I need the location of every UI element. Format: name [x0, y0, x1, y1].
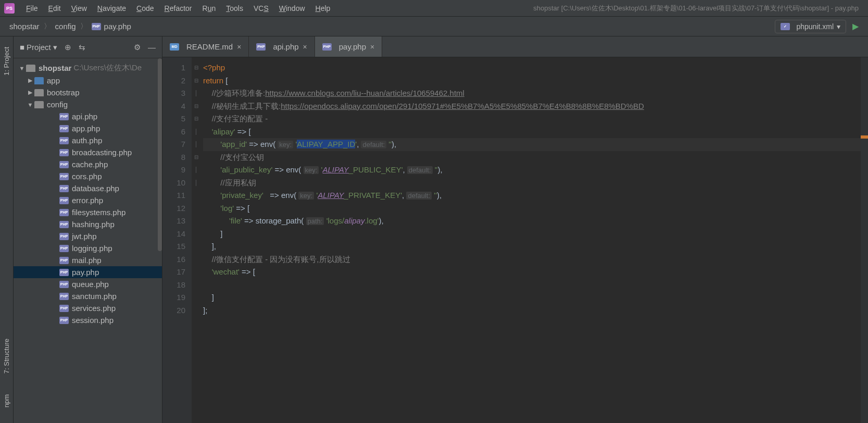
php-icon: PHP	[59, 233, 69, 240]
editor-area: MDREADME.md× PHPapi.php× PHPpay.php× 123…	[162, 36, 868, 423]
menu-navigate[interactable]: Navigate	[92, 4, 131, 13]
folder-icon	[26, 65, 35, 72]
crumb-folder[interactable]: config	[55, 22, 76, 31]
side-tab-structure[interactable]: 7: Structure	[3, 333, 10, 379]
tree-file[interactable]: PHPapp.php	[14, 122, 162, 134]
tab-readme[interactable]: MDREADME.md×	[162, 36, 249, 57]
code-content[interactable]: <?phpreturn [ //沙箱环境准备:https://www.cnblo…	[201, 57, 868, 423]
crumb-file-label: pay.php	[104, 22, 131, 31]
run-config-selector[interactable]: ✓ phpunit.xml ▾	[775, 20, 846, 33]
target-icon[interactable]: ⊕	[65, 43, 71, 52]
gear-icon[interactable]: ⚙	[134, 43, 141, 52]
crumb-file[interactable]: PHPpay.php	[92, 22, 131, 31]
tree-folder-bootstrap[interactable]: ▶bootstrap	[14, 86, 162, 98]
tree-file[interactable]: PHPauth.php	[14, 134, 162, 146]
tab-label: README.md	[186, 42, 233, 51]
tree-root[interactable]: ▼shopstarC:\Users\佐佐木\De	[14, 61, 162, 74]
tree-label: config	[47, 100, 68, 109]
tree-file[interactable]: PHPsession.php	[14, 314, 162, 326]
tree-file[interactable]: PHPhashing.php	[14, 218, 162, 230]
warning-marker[interactable]	[861, 135, 868, 139]
php-icon: PHP	[59, 209, 69, 216]
php-icon: PHP	[256, 43, 266, 51]
menu-help[interactable]: Help	[310, 4, 336, 13]
menu-window[interactable]: Window	[274, 4, 310, 13]
menu-vcs[interactable]: VCS	[248, 4, 274, 13]
tree-file[interactable]: PHPservices.php	[14, 302, 162, 314]
tree-label: pay.php	[72, 268, 99, 277]
tree-file[interactable]: PHPpay.php	[14, 266, 162, 278]
fold-gutter: ⊟⊟│⊟⊟││⊟││	[192, 57, 201, 423]
tree-file[interactable]: PHPmail.php	[14, 254, 162, 266]
window-title: shopstar [C:\Users\佐佐木\Desktop\01.框架专题\0…	[533, 4, 864, 13]
tree-folder-app[interactable]: ▶app	[14, 74, 162, 86]
tree-file[interactable]: PHPsanctum.php	[14, 290, 162, 302]
run-button[interactable]: ▶	[852, 21, 859, 31]
minimize-icon[interactable]: —	[148, 43, 156, 52]
php-icon: PHP	[59, 161, 69, 168]
collapse-icon[interactable]: ⇆	[79, 43, 85, 52]
tree-label: queue.php	[72, 280, 109, 289]
tree-label: session.php	[72, 316, 114, 325]
php-icon: PHP	[92, 23, 101, 30]
code-editor[interactable]: 1234567891011121314151617181920 ⊟⊟│⊟⊟││⊟…	[162, 57, 868, 423]
tree-folder-config[interactable]: ▼config	[14, 98, 162, 110]
project-tree[interactable]: ▼shopstarC:\Users\佐佐木\De ▶app ▶bootstrap…	[14, 58, 162, 423]
menu-view[interactable]: View	[66, 4, 92, 13]
close-icon[interactable]: ×	[303, 43, 307, 51]
tree-file[interactable]: PHPdatabase.php	[14, 182, 162, 194]
tree-label: error.php	[72, 196, 103, 205]
menu-code[interactable]: Code	[131, 4, 159, 13]
tab-api[interactable]: PHPapi.php×	[249, 36, 315, 57]
app-icon: PS	[4, 3, 15, 14]
folder-icon	[34, 101, 44, 108]
close-icon[interactable]: ×	[370, 43, 374, 51]
tree-file[interactable]: PHPerror.php	[14, 194, 162, 206]
php-icon: PHP	[322, 43, 332, 51]
tree-label: bootstrap	[47, 88, 80, 97]
menu-run[interactable]: Run	[197, 4, 221, 13]
tree-file[interactable]: PHPbroadcasting.php	[14, 146, 162, 158]
tree-file[interactable]: PHPcors.php	[14, 170, 162, 182]
side-tab-npm[interactable]: npm	[3, 389, 10, 413]
php-icon: PHP	[59, 149, 69, 156]
close-icon[interactable]: ×	[237, 43, 241, 51]
php-icon: PHP	[59, 257, 69, 264]
php-icon: PHP	[59, 269, 69, 276]
tree-label: database.php	[72, 184, 119, 193]
editor-tabs: MDREADME.md× PHPapi.php× PHPpay.php×	[162, 36, 868, 57]
php-icon: ✓	[781, 23, 790, 30]
php-icon: PHP	[59, 317, 69, 324]
tree-label: app	[47, 76, 60, 85]
menu-tools[interactable]: Tools	[221, 4, 248, 13]
editor-marker-strip[interactable]	[861, 57, 868, 423]
tree-file[interactable]: PHPfilesystems.php	[14, 206, 162, 218]
crumb-root[interactable]: shopstar	[9, 22, 40, 31]
php-icon: PHP	[59, 305, 69, 312]
tree-file[interactable]: PHPlogging.php	[14, 242, 162, 254]
crumb-sep: 〉	[80, 22, 87, 31]
menu-refactor[interactable]: Refactor	[159, 4, 197, 13]
side-tab-project[interactable]: 1: Project	[3, 42, 10, 81]
tab-pay[interactable]: PHPpay.php×	[315, 36, 382, 57]
menu-edit[interactable]: Edit	[43, 4, 66, 13]
tree-file[interactable]: PHPqueue.php	[14, 278, 162, 290]
scrollbar[interactable]	[158, 58, 162, 251]
php-icon: PHP	[59, 173, 69, 180]
chevron-right-icon: ▶	[26, 89, 34, 96]
php-icon: PHP	[59, 113, 69, 120]
project-header: ■ Project ▾ ⊕ ⇆ ⚙ —	[14, 36, 162, 58]
tree-label: cors.php	[72, 172, 102, 181]
run-config-label: phpunit.xml	[796, 22, 834, 31]
tree-file[interactable]: PHPcache.php	[14, 158, 162, 170]
tree-file[interactable]: PHPjwt.php	[14, 230, 162, 242]
menu-file[interactable]: File	[21, 4, 43, 13]
chevron-down-icon: ▼	[18, 65, 26, 71]
folder-icon	[34, 89, 44, 96]
tree-label: cache.php	[72, 160, 108, 169]
project-title[interactable]: ■ Project ▾	[20, 43, 57, 52]
tree-file[interactable]: PHPapi.php	[14, 110, 162, 122]
crumb-sep: 〉	[44, 22, 51, 31]
tree-label: hashing.php	[72, 220, 115, 229]
php-icon: PHP	[59, 197, 69, 204]
